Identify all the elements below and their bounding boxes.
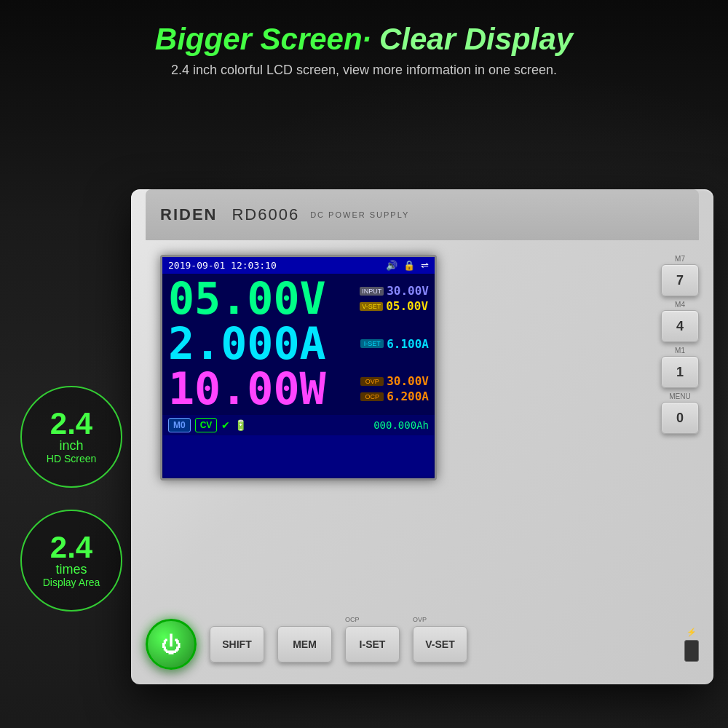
vset-button[interactable]: V-SET [413,626,467,662]
iset-value: 6.100A [387,337,429,351]
device-brand: RIDEN [160,205,217,224]
lcd-power-value: 10.00W [168,367,326,411]
voltage-row: 05.00V INPUT 30.00V V-SET 05.00V [168,277,429,320]
badge-inch-number: 2.4 [50,408,92,439]
vset-value: 05.00V [386,299,428,313]
ah-value: 000.000Ah [373,419,429,431]
usb-slot [684,640,699,662]
power-row: 10.00W OVP 30.00V OCP 6.200A [168,367,429,411]
speaker-icon: 🔊 [386,260,397,271]
bottom-controls: ⏻ SHIFT MEM OCP I-SET OVP V-SET ⚡ [146,619,699,670]
badge-times-desc: Display Area [43,576,100,589]
left-badges: 2.4 inch HD Screen 2.4 times Display Are… [20,386,122,612]
badge-times: 2.4 times Display Area [20,510,122,612]
main-title: Bigger Screen· Clear Display [0,22,728,57]
btn-group-m7: M7 7 [661,255,699,296]
right-buttons-panel: M7 7 M4 4 M1 1 MENU 0 [661,255,699,434]
input-row: INPUT 30.00V [360,284,429,298]
btn-m4-label: M4 [675,301,685,309]
btn-m1-label: M1 [675,347,685,355]
btn-key-4[interactable]: 4 [661,310,699,342]
lock-icon: 🔒 [403,260,415,271]
device-top-panel: RIDEN RD6006 DC POWER SUPPLY [146,189,699,240]
lcd-input-panel: INPUT 30.00V V-SET 05.00V [360,284,429,313]
ocp-value: 6.200A [387,389,429,403]
title-bigger: Bigger Screen [155,22,363,56]
ovp-row: OVP 30.00V [360,374,429,388]
usb-icon: ⇌ [421,260,429,271]
btn-key-1[interactable]: 1 [661,356,699,388]
title-dot: · [363,22,371,56]
current-row: 2.000A I-SET 6.100A [168,322,429,365]
badge-times-number: 2.4 [50,532,92,563]
ovp-value: 30.00V [387,374,429,388]
shift-label: SHIFT [222,638,251,650]
header-subtitle: 2.4 inch colorful LCD screen, view more … [0,63,728,78]
btn-m7-label: M7 [675,255,685,263]
ocp-label: OCP [360,392,384,401]
lcd-current-value: 2.000A [168,322,326,365]
lcd-datetime: 2019-09-01 12:03:10 [168,260,277,271]
iset-row: I-SET 6.100A [360,337,429,351]
lcd-status-icons: 🔊 🔒 ⇌ [386,260,429,271]
ovp-sublabel: OVP [413,616,427,623]
lcd-bottombar: M0 CV ✔ 🔋 000.000Ah [162,415,435,435]
device-body: RIDEN RD6006 DC POWER SUPPLY 2019-09-01 … [131,189,713,684]
ocp-row: OCP 6.200A [360,389,429,403]
iset-btn-label: I-SET [360,638,386,650]
lcd-iset-panel: I-SET 6.100A [360,337,429,351]
usb-port: ⚡ [684,628,699,662]
device-model: RD6006 [232,205,299,224]
lcd-topbar: 2019-09-01 12:03:10 🔊 🔒 ⇌ [162,257,435,274]
cv-badge: CV [195,418,218,432]
vset-label: V-SET [360,302,383,311]
usb-label: ⚡ [687,628,697,637]
iset-button[interactable]: I-SET [345,626,400,662]
vset-btn-label: V-SET [425,638,454,650]
btn-group-m4: M4 4 [661,301,699,342]
input-label: INPUT [360,287,384,296]
mem-button[interactable]: MEM [277,626,332,662]
btn-group-m1: M1 1 [661,347,699,388]
btn-key-7[interactable]: 7 [661,264,699,296]
device-container: RIDEN RD6006 DC POWER SUPPLY 2019-09-01 … [131,146,713,684]
mem-label: MEM [293,638,317,650]
btn-group-menu: MENU 0 [661,392,699,434]
check-icon: ✔ [221,419,230,431]
lcd-ovp-panel: OVP 30.00V OCP 6.200A [360,374,429,403]
btn-key-0[interactable]: 0 [661,402,699,434]
power-button[interactable]: ⏻ [146,619,197,670]
input-value: 30.00V [387,284,429,298]
badge-inch-desc: HD Screen [47,452,96,465]
iset-label: I-SET [360,339,384,348]
header-section: Bigger Screen· Clear Display 2.4 inch co… [0,22,728,78]
badge-inch-unit: inch [59,439,83,452]
btn-menu-label: MENU [669,392,690,400]
battery-icon: 🔋 [234,419,247,431]
lcd-voltage-value: 05.00V [168,277,326,320]
title-clear: Clear Display [379,22,573,56]
ocp-sublabel: OCP [345,616,360,623]
badge-inch: 2.4 inch HD Screen [20,386,122,488]
vset-row: V-SET 05.00V [360,299,429,313]
lcd-screen: 2019-09-01 12:03:10 🔊 🔒 ⇌ 05.00V INPUT 3… [160,255,437,480]
ovp-label: OVP [360,377,384,386]
mode-badge: M0 [168,418,191,432]
device-type: DC POWER SUPPLY [310,210,409,219]
shift-button[interactable]: SHIFT [210,626,264,662]
badge-times-unit: times [55,563,87,576]
